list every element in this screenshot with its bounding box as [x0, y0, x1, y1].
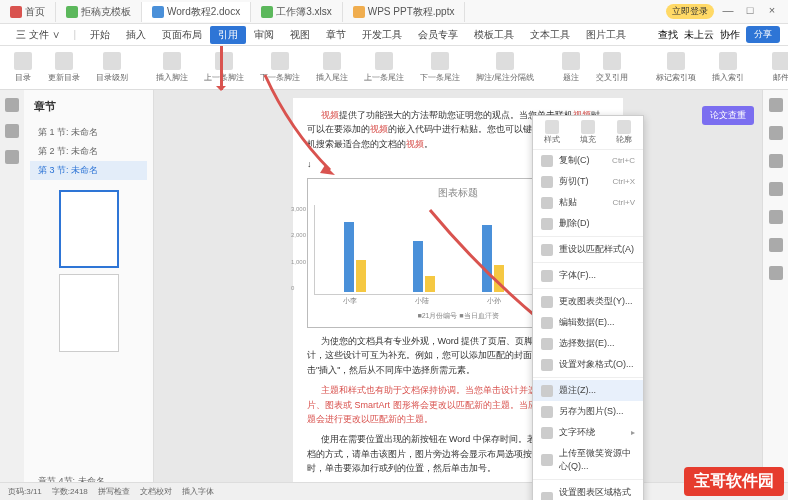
tool-crossref[interactable]: 交叉引用	[590, 50, 634, 85]
right-rail	[762, 90, 788, 500]
tool-next-foot[interactable]: 下一条脚注	[254, 50, 306, 85]
ctx-upload[interactable]: 上传至微笑资源中心(Q)...	[533, 443, 643, 477]
tab-word-doc[interactable]: Word教程2.docx	[142, 2, 251, 22]
ctx-style[interactable]: 样式	[544, 120, 560, 145]
rail-location-icon[interactable]	[769, 210, 783, 224]
tool-prev-end[interactable]: 上一条尾注	[358, 50, 410, 85]
menu-cloud[interactable]: 未上云	[684, 28, 714, 42]
ctx-caption[interactable]: 题注(Z)...	[533, 380, 643, 401]
tool-footnote[interactable]: 插入脚注	[150, 50, 194, 85]
plagiarism-check-button[interactable]: 论文查重	[702, 106, 754, 125]
ctx-set-chart-area[interactable]: 设置图表区域格式(F)...	[533, 482, 643, 500]
menu-references[interactable]: 引用	[210, 26, 246, 44]
rail-limit-icon[interactable]	[769, 182, 783, 196]
rail-format-icon[interactable]	[769, 98, 783, 112]
ctx-font[interactable]: 字体(F)...	[533, 265, 643, 286]
menu-dev[interactable]: 开发工具	[354, 26, 410, 44]
ctx-delete[interactable]: 删除(D)	[533, 213, 643, 234]
menu-template-tools[interactable]: 模板工具	[466, 26, 522, 44]
ctx-outline[interactable]: 轮廓	[616, 120, 632, 145]
tool-next-end[interactable]: 下一条尾注	[414, 50, 466, 85]
tool-mail[interactable]: 邮件	[766, 50, 788, 85]
context-menu: 样式 填充 轮廓 复制(C)Ctrl+C 剪切(T)Ctrl+X 粘贴Ctrl+…	[532, 115, 644, 500]
thumbnail-1[interactable]	[59, 190, 119, 268]
tool-toc-level[interactable]: 目录级别	[90, 50, 134, 85]
nav-item-2[interactable]: 第 2 节: 未命名	[30, 142, 147, 161]
status-insert: 插入字体	[182, 486, 214, 497]
menu-coop[interactable]: 协作	[720, 28, 740, 42]
nav-panel: 章节 第 1 节: 未命名 第 2 节: 未命名 第 3 节: 未命名 章节 4…	[24, 90, 154, 500]
ctx-text-wrap[interactable]: 文字环绕▸	[533, 422, 643, 443]
menu-view[interactable]: 视图	[282, 26, 318, 44]
ctx-cut[interactable]: 剪切(T)Ctrl+X	[533, 171, 643, 192]
rail-select-icon[interactable]	[769, 154, 783, 168]
status-spell[interactable]: 拼写检查	[98, 486, 130, 497]
rail-backup-icon[interactable]	[769, 238, 783, 252]
menu-insert[interactable]: 插入	[118, 26, 154, 44]
status-words: 字数:2418	[52, 486, 88, 497]
rail-style-icon[interactable]	[769, 126, 783, 140]
ctx-fill[interactable]: 填充	[580, 120, 596, 145]
tool-insert-index[interactable]: 插入索引	[706, 50, 750, 85]
menu-file[interactable]: 三 文件 ∨	[8, 26, 68, 44]
tool-toc[interactable]: 目录	[8, 50, 38, 85]
nav-item-3[interactable]: 第 3 节: 未命名	[30, 161, 147, 180]
menu-start[interactable]: 开始	[82, 26, 118, 44]
share-button[interactable]: 分享	[746, 26, 780, 43]
tool-endnote[interactable]: 插入尾注	[310, 50, 354, 85]
tab-excel[interactable]: 工作簿3.xlsx	[251, 2, 343, 22]
ctx-edit-data[interactable]: 编辑数据(E)...	[533, 312, 643, 333]
nav-title: 章节	[30, 96, 147, 117]
ctx-set-format[interactable]: 设置对象格式(O)...	[533, 354, 643, 375]
tab-ppt[interactable]: WPS PPT教程.pptx	[343, 2, 466, 22]
thumbnail-2[interactable]	[59, 274, 119, 352]
menu-text-tools[interactable]: 文本工具	[522, 26, 578, 44]
status-bar: 页码:3/11 字数:2418 拼写检查 文档校对 插入字体 ▭ —◯—	[0, 482, 788, 500]
ctx-reset-style[interactable]: 重设以匹配样式(A)	[533, 239, 643, 260]
menu-layout[interactable]: 页面布局	[154, 26, 210, 44]
status-proof[interactable]: 文档校对	[140, 486, 172, 497]
ctx-select-data[interactable]: 选择数据(E)...	[533, 333, 643, 354]
tool-separator[interactable]: 脚注/尾注分隔线	[470, 50, 540, 85]
document-area[interactable]: 视频提供了功能强大的方法帮助您证明您的观点。当您单击联机视频时，可以在要添加的视…	[154, 90, 762, 500]
rail-search-icon[interactable]	[5, 150, 19, 164]
menu-review[interactable]: 审阅	[246, 26, 282, 44]
tool-prev-foot[interactable]: 上一条脚注	[198, 50, 250, 85]
tool-mark-index[interactable]: 标记索引项	[650, 50, 702, 85]
left-rail	[0, 90, 24, 500]
close-button[interactable]: ×	[764, 4, 780, 20]
tool-update-toc[interactable]: 更新目录	[42, 50, 86, 85]
vip-badge[interactable]: 立即登录	[666, 4, 714, 19]
watermark: 宝哥软件园	[684, 467, 784, 496]
menu-member[interactable]: 会员专享	[410, 26, 466, 44]
menu-search[interactable]: 查找	[658, 28, 678, 42]
menu-image-tools[interactable]: 图片工具	[578, 26, 634, 44]
maximize-button[interactable]: □	[742, 4, 758, 20]
ctx-paste[interactable]: 粘贴Ctrl+V	[533, 192, 643, 213]
ribbon-toolbar: 目录 更新目录 目录级别 插入脚注 上一条脚注 下一条脚注 插入尾注 上一条尾注…	[0, 46, 788, 90]
rail-bookmark-icon[interactable]	[5, 124, 19, 138]
ctx-save-as-image[interactable]: 另存为图片(S)...	[533, 401, 643, 422]
rail-outline-icon[interactable]	[5, 98, 19, 112]
tool-caption[interactable]: 题注	[556, 50, 586, 85]
ctx-copy[interactable]: 复制(C)Ctrl+C	[533, 150, 643, 171]
menu-chapter[interactable]: 章节	[318, 26, 354, 44]
nav-item-1[interactable]: 第 1 节: 未命名	[30, 123, 147, 142]
rail-settings-icon[interactable]	[769, 266, 783, 280]
status-page: 页码:3/11	[8, 486, 42, 497]
ctx-change-chart-type[interactable]: 更改图表类型(Y)...	[533, 291, 643, 312]
minimize-button[interactable]: —	[720, 4, 736, 20]
tab-template[interactable]: 拒稿克模板	[56, 2, 142, 22]
tab-home[interactable]: 首页	[0, 2, 56, 22]
